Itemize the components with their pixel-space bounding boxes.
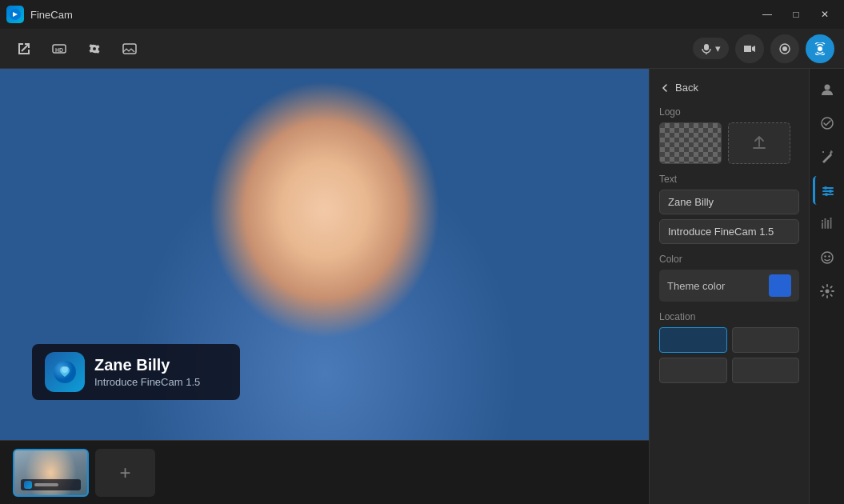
app-title: FineCam	[30, 9, 73, 21]
location-top-left[interactable]	[659, 327, 727, 353]
back-button[interactable]: Back	[659, 78, 799, 97]
toolbar-center: ▾	[693, 34, 834, 63]
svg-text:HD: HD	[55, 47, 63, 53]
overlay-card: Zane Billy Introduce FineCam 1.5	[32, 344, 240, 400]
color-row: Theme color	[659, 270, 799, 302]
toolbar: HD ▾	[0, 29, 844, 69]
mic-button[interactable]: ▾	[693, 38, 729, 59]
svg-point-26	[822, 252, 833, 263]
svg-point-9	[62, 366, 68, 373]
minimize-button[interactable]: —	[754, 5, 780, 24]
gear-icon-button[interactable]	[813, 277, 842, 306]
right-panel: Back Logo Text Color Theme co	[649, 69, 809, 504]
video-area: Zane Billy Introduce FineCam 1.5 +	[0, 69, 649, 504]
location-bottom-left[interactable]	[659, 358, 727, 383]
color-swatch-button[interactable]	[769, 274, 791, 297]
logo-upload-button[interactable]	[728, 122, 790, 164]
overlay-text: Zane Billy Introduce FineCam 1.5	[94, 356, 200, 388]
video-container: Zane Billy Introduce FineCam 1.5	[0, 69, 649, 440]
svg-rect-4	[704, 44, 709, 50]
overlay-icon	[45, 352, 85, 392]
app-logo	[6, 6, 24, 23]
virtual-bg-button[interactable]	[115, 34, 144, 63]
svg-point-16	[829, 190, 832, 193]
svg-point-10	[824, 85, 830, 90]
titlebar: FineCam — □ ✕	[0, 0, 844, 29]
settings-button[interactable]	[80, 34, 109, 63]
titlebar-controls: — □ ✕	[754, 5, 838, 24]
far-right-icons	[809, 69, 844, 504]
logo-section-label: Logo	[659, 106, 799, 118]
svg-point-28	[828, 255, 830, 257]
logo-section: Logo	[659, 106, 799, 164]
location-grid	[659, 327, 799, 383]
hd-button[interactable]: HD	[45, 34, 74, 63]
svg-point-6	[782, 46, 787, 51]
close-button[interactable]: ✕	[812, 5, 838, 24]
equalizer-icon-button[interactable]	[813, 210, 842, 238]
back-label: Back	[675, 82, 698, 94]
profile-icon-button[interactable]	[813, 75, 842, 104]
svg-rect-19	[824, 220, 826, 229]
svg-rect-21	[830, 219, 831, 229]
logo-row	[659, 122, 799, 164]
subtitle-input[interactable]	[659, 219, 799, 244]
location-top-right[interactable]	[732, 327, 800, 353]
logo-slot	[659, 122, 722, 164]
color-section: Color Theme color	[659, 254, 799, 302]
text-section-label: Text	[659, 174, 799, 185]
add-camera-button[interactable]: +	[95, 449, 155, 497]
svg-rect-20	[827, 222, 829, 229]
chair	[32, 229, 72, 349]
record-button[interactable]	[770, 34, 799, 63]
titlebar-left: FineCam	[6, 6, 73, 23]
live-button[interactable]	[806, 34, 834, 63]
svg-point-15	[824, 186, 827, 190]
text-section: Text	[659, 174, 799, 244]
wand-icon-button[interactable]	[813, 142, 842, 171]
export-button[interactable]	[10, 34, 38, 63]
thumbnail-active[interactable]	[13, 449, 89, 497]
color-section-label: Color	[659, 254, 799, 265]
svg-point-29	[825, 290, 829, 294]
layers-icon-button[interactable]	[813, 109, 842, 138]
svg-point-7	[818, 46, 822, 51]
name-input[interactable]	[659, 190, 799, 214]
location-section: Location	[659, 311, 799, 383]
overlay-subtitle: Introduce FineCam 1.5	[94, 376, 200, 388]
mic-dropdown-arrow: ▾	[715, 42, 721, 54]
camera-button[interactable]	[735, 34, 764, 63]
camera-stand	[521, 109, 569, 309]
location-bottom-right[interactable]	[732, 358, 800, 383]
theme-color-label: Theme color	[667, 280, 725, 292]
svg-rect-18	[822, 222, 823, 229]
svg-point-17	[825, 193, 828, 196]
bottom-strip: +	[0, 440, 649, 504]
face-icon-button[interactable]	[813, 243, 842, 272]
svg-point-27	[824, 255, 826, 257]
thumbnail-inner	[14, 450, 87, 495]
maximize-button[interactable]: □	[783, 5, 809, 24]
theme-icon-button[interactable]	[813, 176, 842, 205]
location-section-label: Location	[659, 311, 799, 322]
overlay-name: Zane Billy	[94, 356, 200, 374]
main-layout: Zane Billy Introduce FineCam 1.5 +	[0, 69, 844, 504]
